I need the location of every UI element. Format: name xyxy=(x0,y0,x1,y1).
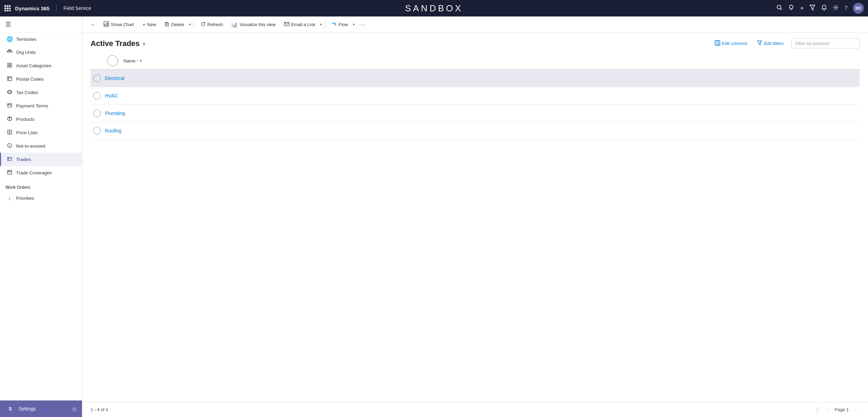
svg-point-9 xyxy=(777,5,781,9)
email-dropdown-arrow[interactable]: ▾ xyxy=(320,22,322,27)
trade-coverages-icon xyxy=(7,170,13,176)
not-to-exceed-icon: $ xyxy=(7,143,13,149)
next-page-button[interactable]: → xyxy=(852,406,860,414)
sort-asc-icon[interactable]: ↑ xyxy=(137,59,139,63)
record-count: 1 - 4 of 4 xyxy=(91,407,108,412)
name-column-header[interactable]: Name xyxy=(123,58,135,63)
svg-rect-5 xyxy=(9,8,11,9)
sidebar-item-trade-coverages[interactable]: Trade Coverages xyxy=(0,166,82,179)
show-chart-label: Show Chart xyxy=(111,22,134,27)
delete-button[interactable]: Delete xyxy=(161,20,188,30)
page-label: Page 1 xyxy=(835,407,849,412)
sidebar-item-asset-categories[interactable]: Asset Categories xyxy=(0,59,82,72)
svg-rect-49 xyxy=(105,24,105,26)
nav-left: Dynamics 365 Field Service xyxy=(4,4,291,12)
row-radio-0[interactable] xyxy=(93,74,101,82)
svg-rect-41 xyxy=(8,157,12,161)
svg-marker-59 xyxy=(758,41,762,45)
svg-rect-3 xyxy=(4,8,6,9)
bell-icon[interactable] xyxy=(821,4,827,12)
svg-rect-20 xyxy=(8,63,9,65)
back-button[interactable]: ← xyxy=(88,20,99,30)
list-header: Active Trades ∨ Edit columns xyxy=(82,33,868,53)
prev-page-button[interactable]: ← xyxy=(824,406,832,414)
settings-footer[interactable]: S Settings ◇ xyxy=(0,400,82,417)
filter-by-keyword-input[interactable]: Filter by keyword xyxy=(791,38,860,48)
help-icon[interactable]: ? xyxy=(844,5,847,11)
visualize-button[interactable]: 📊 Visualize this view xyxy=(228,20,279,30)
refresh-button[interactable]: Refresh xyxy=(197,19,227,30)
row-link-0[interactable]: Electrical xyxy=(105,76,124,81)
edit-columns-icon xyxy=(715,40,720,47)
toolbar-separator-1 xyxy=(194,21,194,29)
price-lists-icon xyxy=(7,129,13,136)
search-icon[interactable] xyxy=(776,4,783,12)
sidebar-item-org-units[interactable]: Org Units xyxy=(0,46,82,59)
new-button[interactable]: + New xyxy=(139,20,159,30)
edit-columns-button[interactable]: Edit columns xyxy=(713,39,749,48)
brand-name: Dynamics 365 xyxy=(15,5,49,11)
sidebar-item-label: Asset Categories xyxy=(16,63,51,68)
module-name: Field Service xyxy=(63,5,91,11)
edit-filters-label: Edit filters xyxy=(764,41,784,46)
refresh-icon xyxy=(200,21,206,28)
sort-dropdown-icon[interactable]: ▾ xyxy=(140,59,142,63)
pagination: ⟨⟨ ← Page 1 → xyxy=(814,406,860,414)
svg-rect-50 xyxy=(106,23,107,26)
svg-rect-23 xyxy=(10,66,12,67)
svg-text:$: $ xyxy=(9,144,11,148)
edit-filters-button[interactable]: Edit filters xyxy=(755,39,786,48)
email-link-button[interactable]: Email a Link xyxy=(281,19,319,30)
sidebar-item-label: Territories xyxy=(16,37,36,42)
table-row[interactable]: Electrical xyxy=(91,70,860,87)
more-options-icon[interactable]: ⋯ xyxy=(356,20,368,30)
payment-terms-icon xyxy=(7,103,13,109)
first-page-button[interactable]: ⟨⟨ xyxy=(814,406,821,414)
row-radio-3[interactable] xyxy=(93,127,101,135)
nav-divider xyxy=(56,4,57,12)
sidebar-item-label: Payment Terms xyxy=(16,103,48,108)
org-units-icon xyxy=(7,49,13,56)
filter-icon[interactable] xyxy=(809,4,816,12)
new-label: New xyxy=(147,22,156,27)
plus-icon[interactable]: + xyxy=(800,4,804,12)
list-title-area: Active Trades ∨ xyxy=(91,39,146,48)
row-radio-1[interactable] xyxy=(93,92,101,100)
show-chart-button[interactable]: Show Chart xyxy=(100,19,138,30)
app-grid-icon[interactable] xyxy=(4,5,11,12)
row-link-2[interactable]: Plumbing xyxy=(105,111,125,116)
row-link-1[interactable]: HVAC xyxy=(105,93,118,99)
svg-rect-44 xyxy=(8,170,12,174)
sidebar-item-not-to-exceed[interactable]: $ Not-to-exceed xyxy=(0,139,82,153)
select-all-checkbox[interactable] xyxy=(107,55,118,66)
row-radio-2[interactable] xyxy=(93,109,101,117)
table-row[interactable]: HVAC xyxy=(91,87,860,105)
sidebar-item-trades[interactable]: Trades xyxy=(0,153,82,166)
sidebar-item-tax-codes[interactable]: Tax Codes xyxy=(0,86,82,99)
sidebar-item-products[interactable]: Products xyxy=(0,113,82,126)
delete-dropdown-arrow[interactable]: ▾ xyxy=(189,22,191,27)
list-title-dropdown[interactable]: ∨ xyxy=(142,41,146,46)
gear-icon[interactable] xyxy=(833,4,839,12)
sidebar-menu-icon[interactable]: ☰ xyxy=(5,21,11,28)
lightbulb-icon[interactable] xyxy=(788,4,794,12)
flow-dropdown-arrow[interactable]: ▾ xyxy=(353,22,355,27)
table-row[interactable]: Plumbing xyxy=(91,105,860,122)
list-title: Active Trades xyxy=(91,39,140,48)
sidebar-item-postal-codes[interactable]: Postal Codes xyxy=(0,72,82,86)
table-row[interactable]: Roofing xyxy=(91,122,860,140)
svg-rect-4 xyxy=(7,8,9,9)
row-link-3[interactable]: Roofing xyxy=(105,128,121,134)
filter-placeholder: Filter by keyword xyxy=(796,41,829,46)
sidebar-item-territories[interactable]: 🌐 Territories xyxy=(0,33,82,46)
sidebar-item-price-lists[interactable]: Price Lists xyxy=(0,126,82,139)
sidebar-item-label: Postal Codes xyxy=(16,77,44,82)
user-avatar[interactable]: BD xyxy=(853,3,864,14)
flow-button[interactable]: Flow xyxy=(328,19,351,30)
nav-right: + ? BD xyxy=(577,3,864,14)
sandbox-title: SANDBOX xyxy=(291,3,578,14)
table-container: Name ↑ ▾ Electrical HVAC Plumbing xyxy=(82,53,868,402)
sidebar-item-payment-terms[interactable]: Payment Terms xyxy=(0,99,82,113)
sidebar-item-priorities[interactable]: ↕ Priorities xyxy=(0,192,82,205)
svg-rect-8 xyxy=(9,10,11,11)
